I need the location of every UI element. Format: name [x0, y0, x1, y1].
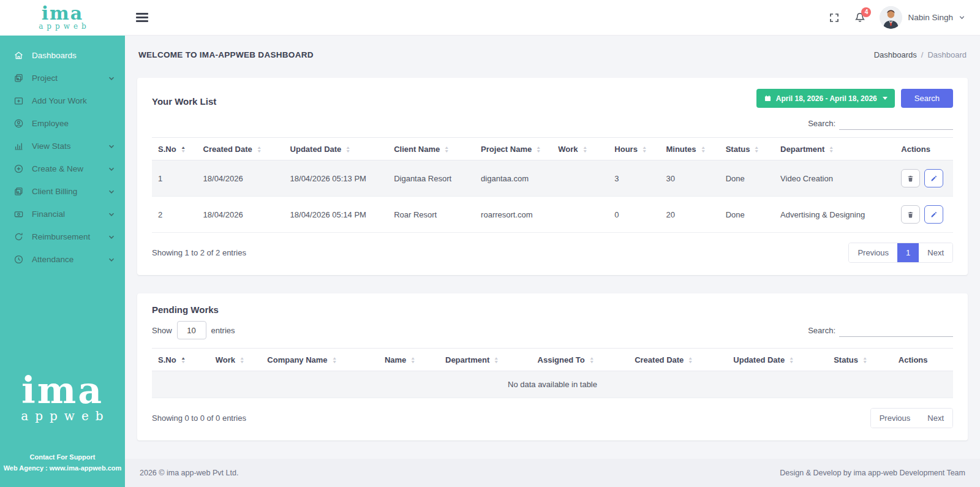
table-cell: 1: [152, 160, 197, 197]
sort-icon: ▲▼: [688, 357, 692, 364]
sidebar-item-reimbursement[interactable]: Reimbursement: [0, 225, 125, 248]
previous-page-button[interactable]: Previous: [871, 409, 919, 428]
sidebar-item-financial[interactable]: Financial: [0, 203, 125, 225]
sort-icon: ▲▼: [333, 357, 336, 364]
work-list-search-input[interactable]: [839, 116, 953, 130]
pending-works-pagination: Previous Next: [870, 408, 953, 428]
sidebar-item-view-stats[interactable]: View Stats: [0, 135, 125, 157]
edit-button[interactable]: [924, 205, 943, 224]
page-number-button[interactable]: 1: [897, 243, 919, 262]
breadcrumb-separator: /: [921, 50, 924, 59]
sidebar-item-employee[interactable]: Employee: [0, 112, 125, 135]
sort-icon: ▲▼: [790, 357, 793, 364]
column-header-created-date[interactable]: Created Date▲▼: [628, 349, 727, 371]
pending-search-input[interactable]: [839, 323, 953, 337]
column-header-work[interactable]: Work▲▼: [552, 138, 608, 160]
sort-icon: ▲▼: [583, 146, 587, 153]
main-area: 4 Nabin Singh WELCOME TO IMA-APPWEB DASH…: [125, 0, 980, 487]
column-header-status[interactable]: Status▲▼: [827, 349, 892, 371]
column-header-department[interactable]: Department▲▼: [439, 349, 532, 371]
next-page-button[interactable]: Next: [919, 409, 952, 428]
breadcrumb: Dashboards / Dashboard: [874, 50, 967, 59]
footer-copyright: 2026 © ima app-web Pvt Ltd.: [140, 469, 238, 477]
work-list-pagination: Previous 1 Next: [848, 243, 953, 263]
chevron-down-icon: [959, 14, 965, 21]
sidebar-item-attendance[interactable]: Attendance: [0, 248, 125, 271]
delete-button[interactable]: [901, 169, 920, 187]
sidebar-item-project[interactable]: Project: [0, 67, 125, 89]
table-cell: 20: [660, 197, 719, 233]
table-cell: Roar Resort: [388, 197, 475, 233]
column-header-department[interactable]: Department▲▼: [774, 138, 895, 160]
column-header-client-name[interactable]: Client Name▲▼: [388, 138, 475, 160]
column-header-company-name[interactable]: Company Name▲▼: [261, 349, 379, 371]
hamburger-menu-icon[interactable]: [136, 11, 148, 25]
sort-icon: ▲▼: [445, 146, 448, 153]
column-label: Work: [216, 355, 235, 364]
sidebar-item-label: Employee: [32, 119, 69, 128]
table-cell: Advertising & Designing: [774, 197, 895, 233]
date-range-picker-button[interactable]: April 18, 2026 - April 18, 2026: [756, 89, 895, 108]
support-url: Web Agency : www.ima-appweb.com: [0, 462, 125, 474]
column-label: Department: [445, 355, 489, 364]
page-content: WELCOME TO IMA-APPWEB DASHBOARD Dashboar…: [125, 36, 980, 459]
sidebar-item-add-your-work[interactable]: Add Your Work: [0, 89, 125, 112]
table-cell: [552, 197, 608, 233]
previous-page-button[interactable]: Previous: [849, 243, 897, 262]
delete-button[interactable]: [901, 205, 920, 224]
column-header-name[interactable]: Name▲▼: [379, 349, 439, 371]
search-button[interactable]: Search: [901, 89, 953, 108]
sort-icon: ▲▼: [346, 146, 350, 153]
column-header-work[interactable]: Work▲▼: [209, 349, 262, 371]
sort-icon: ▲▼: [181, 146, 185, 153]
work-list-title: Your Work List: [152, 89, 216, 107]
table-cell: digantaa.com: [475, 160, 552, 197]
column-header-s-no[interactable]: S.No▲▼: [152, 349, 209, 371]
column-header-actions: Actions: [895, 138, 953, 160]
column-header-s-no[interactable]: S.No▲▼: [152, 138, 197, 160]
sidebar-item-dashboards[interactable]: Dashboards: [0, 44, 125, 67]
fullscreen-icon[interactable]: [828, 12, 840, 24]
header-row: S.No▲▼Work▲▼Company Name▲▼Name▲▼Departme…: [152, 349, 953, 371]
header-row: S.No▲▼Created Date▲▼Updated Date▲▼Client…: [152, 138, 953, 160]
column-label: Client Name: [394, 145, 440, 154]
sort-icon: ▲▼: [701, 146, 705, 153]
user-menu[interactable]: Nabin Singh: [880, 6, 965, 29]
table-cell: 18/04/2026 05:14 PM: [284, 197, 388, 233]
column-header-created-date[interactable]: Created Date▲▼: [197, 138, 284, 160]
sidebar-item-label: Add Your Work: [32, 96, 87, 105]
column-header-status[interactable]: Status▲▼: [720, 138, 774, 160]
column-label: Status: [726, 145, 750, 154]
sort-icon: ▲▼: [411, 357, 415, 364]
column-header-minutes[interactable]: Minutes▲▼: [660, 138, 719, 160]
sort-icon: ▲▼: [240, 357, 244, 364]
table-cell: [552, 160, 608, 197]
sidebar-item-client-billing[interactable]: Client Billing: [0, 180, 125, 203]
breadcrumb-parent[interactable]: Dashboards: [874, 50, 917, 59]
sort-icon: ▲▼: [537, 146, 540, 153]
avatar: [880, 6, 902, 29]
pending-works-title: Pending Works: [152, 304, 953, 315]
edit-button[interactable]: [924, 169, 943, 187]
work-list-table: S.No▲▼Created Date▲▼Updated Date▲▼Client…: [152, 137, 953, 233]
work-list-card: Your Work List April 18, 2026 - April 18…: [137, 78, 968, 275]
column-header-updated-date[interactable]: Updated Date▲▼: [284, 138, 388, 160]
column-label: Assigned To: [538, 355, 585, 364]
column-header-assigned-to[interactable]: Assigned To▲▼: [532, 349, 629, 371]
column-header-hours[interactable]: Hours▲▼: [608, 138, 660, 160]
column-header-updated-date[interactable]: Updated Date▲▼: [727, 349, 827, 371]
footer-logo-text: ima: [0, 373, 125, 407]
next-page-button[interactable]: Next: [919, 243, 952, 262]
sidebar-item-create-new[interactable]: Create & New: [0, 157, 125, 180]
plus-circle-icon: [13, 164, 24, 174]
column-header-project-name[interactable]: Project Name▲▼: [475, 138, 552, 160]
column-label: Created Date: [203, 145, 252, 154]
entries-select[interactable]: 10: [177, 321, 206, 339]
sort-icon: ▲▼: [181, 357, 185, 364]
footer-credit: Design & Develop by ima app-web Developm…: [780, 469, 965, 477]
clock-icon: [13, 254, 24, 265]
sort-icon: ▲▼: [494, 357, 498, 364]
notifications-bell-icon[interactable]: 4: [854, 12, 866, 24]
add-work-icon: [13, 96, 24, 106]
chevron-down-icon: [108, 233, 115, 241]
